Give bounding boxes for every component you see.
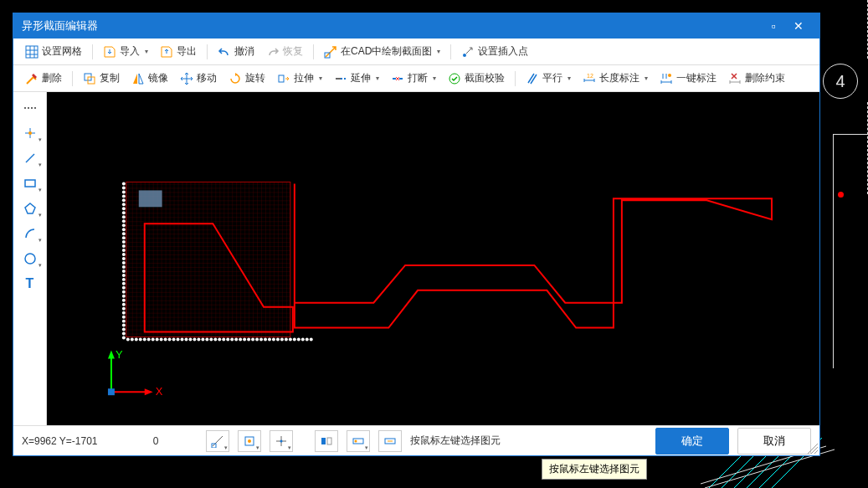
set-grid-button[interactable]: 设置网格 [20, 42, 87, 61]
parallel-button[interactable]: 平行▾ [521, 69, 576, 88]
import-button[interactable]: 导入▾ [98, 42, 153, 61]
move-button[interactable]: 移动 [175, 69, 222, 88]
bg-leader-line [841, 0, 868, 59]
svg-point-122 [122, 203, 126, 206]
import-label: 导入 [120, 44, 140, 59]
tool-dots[interactable] [18, 97, 43, 119]
svg-rect-205 [212, 444, 216, 448]
tool-arc[interactable]: ▾ [18, 223, 43, 244]
svg-point-165 [168, 338, 172, 342]
auto-dim-button[interactable]: 一键标注 [655, 69, 722, 88]
svg-point-174 [205, 338, 208, 342]
svg-point-168 [181, 338, 184, 342]
svg-point-178 [222, 338, 225, 342]
auto-dim-label: 一键标注 [676, 71, 716, 85]
svg-point-23 [31, 107, 33, 109]
titlebar[interactable]: 异形截面编辑器 ▫ ✕ [13, 13, 819, 39]
resize-grip-icon[interactable] [808, 444, 818, 454]
validate-label: 截面校验 [465, 71, 505, 85]
svg-point-191 [276, 338, 280, 342]
length-dim-button[interactable]: 12 长度标注▾ [578, 69, 653, 88]
svg-point-192 [280, 338, 284, 342]
mirror-icon [131, 72, 145, 85]
svg-point-172 [197, 338, 200, 342]
set-insert-point-button[interactable]: 设置插入点 [456, 42, 533, 61]
tooltip-text: 按鼠标左键选择图元 [549, 463, 639, 475]
svg-point-169 [184, 338, 187, 342]
insert-point-icon [461, 45, 475, 59]
svg-point-180 [230, 338, 234, 342]
svg-point-182 [239, 338, 242, 342]
delete-constraint-button[interactable]: 删除约束 [723, 69, 790, 88]
svg-point-126 [122, 219, 126, 223]
delete-button[interactable]: 删除 [20, 69, 67, 88]
svg-point-154 [122, 336, 126, 340]
svg-point-133 [122, 249, 126, 252]
redo-label: 恢复 [283, 44, 303, 59]
move-label: 移动 [197, 71, 217, 85]
rotate-button[interactable]: 旋转 [223, 69, 270, 88]
snap-mode-button[interactable]: ▾ [238, 430, 261, 452]
svg-point-128 [122, 228, 126, 231]
validate-button[interactable]: 截面校验 [443, 69, 510, 88]
delete-icon [25, 72, 39, 85]
svg-point-119 [122, 190, 126, 193]
svg-point-199 [310, 338, 313, 342]
svg-point-164 [164, 338, 167, 342]
toggle-c-button[interactable] [378, 430, 402, 452]
svg-rect-29 [25, 180, 35, 187]
svg-point-175 [209, 338, 213, 342]
svg-point-197 [301, 338, 305, 342]
svg-point-118 [122, 186, 126, 189]
svg-point-170 [188, 338, 192, 342]
copy-button[interactable]: 复制 [78, 69, 125, 88]
toggle-a-button[interactable] [315, 430, 338, 452]
svg-point-123 [122, 207, 126, 210]
svg-point-161 [152, 338, 155, 342]
break-label: 打断 [408, 71, 428, 85]
redo-icon [266, 45, 280, 59]
undo-button[interactable]: 撤消 [213, 42, 259, 61]
maximize-button[interactable]: ▫ [761, 19, 786, 33]
svg-rect-8 [26, 46, 38, 58]
tool-rect[interactable]: ▾ [18, 172, 43, 194]
export-button[interactable]: 导出 [155, 42, 202, 61]
svg-point-143 [122, 290, 126, 294]
break-button[interactable]: 打断▾ [386, 69, 441, 88]
cancel-button[interactable]: 取消 [737, 428, 811, 455]
tool-circle[interactable]: ▾ [18, 248, 43, 270]
tool-text[interactable]: T [18, 273, 43, 295]
svg-point-117 [122, 182, 126, 185]
svg-point-140 [122, 278, 126, 281]
svg-point-207 [248, 439, 251, 443]
svg-point-212 [355, 439, 357, 442]
svg-rect-17 [279, 75, 284, 82]
mirror-button[interactable]: 镜像 [126, 69, 173, 88]
draw-in-cad-button[interactable]: 在CAD中绘制截面图▾ [319, 42, 445, 61]
extend-label: 延伸 [351, 71, 371, 85]
svg-rect-116 [139, 190, 162, 207]
svg-point-196 [297, 338, 300, 342]
tool-polygon[interactable]: ▾ [18, 198, 43, 219]
svg-point-157 [135, 338, 138, 342]
tool-point[interactable]: ▾ [18, 122, 43, 144]
copy-label: 复制 [100, 71, 120, 85]
svg-point-141 [122, 282, 126, 285]
svg-marker-30 [25, 203, 35, 213]
close-button[interactable]: ✕ [786, 19, 811, 33]
drawing-viewport[interactable]: Y X [47, 92, 819, 425]
stretch-label: 拉伸 [294, 71, 314, 85]
svg-rect-209 [321, 438, 326, 444]
ok-button[interactable]: 确定 [655, 428, 729, 455]
extend-button[interactable]: 延伸▾ [329, 69, 384, 88]
snap-endpoint-button[interactable]: ▾ [206, 430, 229, 452]
svg-point-179 [226, 338, 229, 342]
svg-point-193 [285, 338, 288, 342]
svg-point-185 [251, 338, 254, 342]
ortho-button[interactable]: ▾ [270, 430, 293, 452]
tool-line[interactable]: ▾ [18, 147, 43, 169]
stretch-button[interactable]: 拉伸▾ [272, 69, 327, 88]
copy-icon [83, 72, 96, 85]
move-icon [180, 72, 193, 85]
toggle-b-button[interactable]: ▾ [347, 430, 370, 452]
